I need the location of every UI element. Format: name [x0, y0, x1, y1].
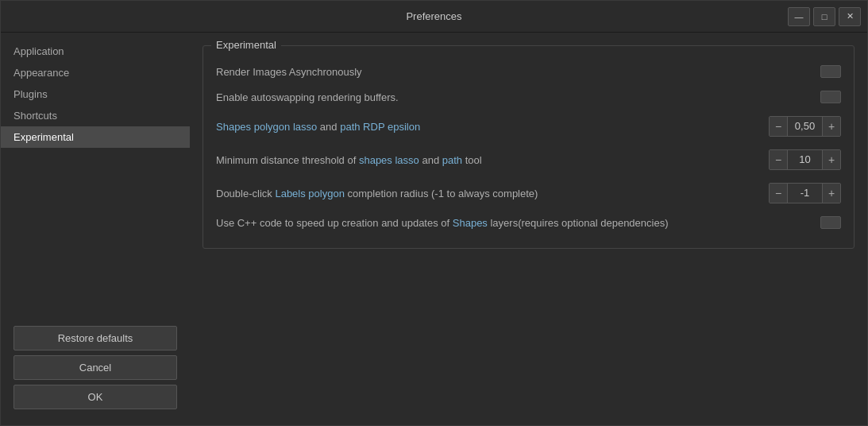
setting-label-autoswap: Enable autoswapping rendering buffers.: [216, 91, 820, 103]
sidebar-item-appearance[interactable]: Appearance: [1, 62, 190, 83]
close-button[interactable]: ✕: [839, 7, 861, 26]
toggle-cpp[interactable]: [820, 216, 841, 229]
preferences-window: Preferences — □ ✕ Application Appearance…: [0, 0, 868, 426]
main-content: Experimental Render Images Asynchronousl…: [190, 33, 867, 425]
spinbox-epsilon-value: 0,50: [787, 117, 823, 136]
setting-label-cpp: Use C++ code to speed up creation and up…: [216, 217, 820, 229]
sidebar-item-shortcuts[interactable]: Shortcuts: [1, 105, 190, 126]
spinbox-min-distance-value: 10: [787, 150, 823, 169]
section-title: Experimental: [211, 39, 281, 51]
ok-button[interactable]: OK: [14, 385, 177, 409]
sidebar-nav: Application Appearance Plugins Shortcuts…: [1, 41, 190, 318]
sidebar-action-buttons: Restore defaults Cancel OK: [1, 318, 190, 417]
spinbox-double-click-value: -1: [787, 184, 823, 203]
spinbox-epsilon: − 0,50 +: [769, 116, 841, 137]
toggle-autoswap[interactable]: [820, 91, 841, 103]
setting-label-double-click: Double-click Labels polygon completion r…: [216, 188, 769, 199]
sidebar-item-plugins[interactable]: Plugins: [1, 83, 190, 105]
setting-label-min-distance: Minimum distance threshold of shapes las…: [216, 154, 769, 166]
setting-row-min-distance: Minimum distance threshold of shapes las…: [216, 143, 841, 176]
sidebar: Application Appearance Plugins Shortcuts…: [1, 33, 190, 425]
spinbox-double-click-decrement[interactable]: −: [770, 184, 787, 203]
setting-label-epsilon: Shapes polygon lasso and path RDP epsilo…: [216, 121, 769, 133]
minimize-button[interactable]: —: [788, 7, 810, 26]
setting-row-epsilon: Shapes polygon lasso and path RDP epsilo…: [216, 110, 841, 143]
setting-row-render-async: Render Images Asynchronously: [216, 59, 841, 84]
setting-label-render-async: Render Images Asynchronously: [216, 66, 820, 78]
sidebar-item-experimental[interactable]: Experimental: [1, 126, 190, 148]
spinbox-min-distance-decrement[interactable]: −: [770, 150, 787, 169]
spinbox-epsilon-decrement[interactable]: −: [770, 117, 787, 136]
spinbox-double-click: − -1 +: [769, 183, 841, 203]
experimental-section: Experimental Render Images Asynchronousl…: [203, 45, 854, 249]
title-bar: Preferences — □ ✕: [1, 1, 867, 33]
content-area: Application Appearance Plugins Shortcuts…: [1, 33, 867, 425]
toggle-render-async[interactable]: [820, 65, 841, 78]
setting-row-autoswap: Enable autoswapping rendering buffers.: [216, 84, 841, 110]
cancel-button[interactable]: Cancel: [14, 355, 177, 380]
spinbox-epsilon-increment[interactable]: +: [823, 117, 840, 136]
maximize-button[interactable]: □: [813, 7, 835, 26]
spinbox-min-distance-increment[interactable]: +: [823, 150, 840, 169]
window-title: Preferences: [406, 10, 461, 22]
restore-defaults-button[interactable]: Restore defaults: [14, 326, 177, 350]
setting-row-double-click: Double-click Labels polygon completion r…: [216, 176, 841, 210]
spinbox-double-click-increment[interactable]: +: [823, 184, 840, 203]
setting-row-cpp: Use C++ code to speed up creation and up…: [216, 210, 841, 235]
spinbox-min-distance: − 10 +: [769, 149, 841, 170]
window-controls: — □ ✕: [788, 7, 861, 26]
sidebar-item-application[interactable]: Application: [1, 41, 190, 62]
